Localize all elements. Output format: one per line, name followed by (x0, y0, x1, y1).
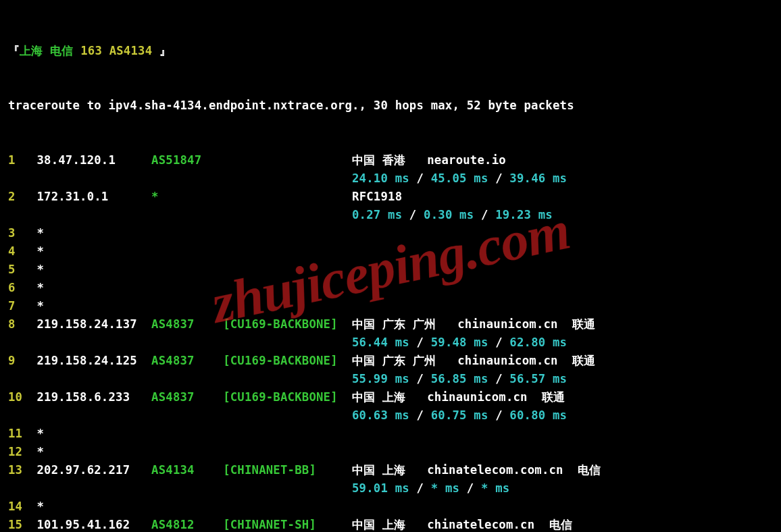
rtt-3: 19.23 ms (495, 208, 553, 221)
hop-row: 4 * (8, 242, 773, 261)
rtt-sep: / (474, 208, 495, 221)
rtt-sep: / (488, 372, 510, 385)
hop-ip: 219.158.6.233 (36, 390, 151, 404)
hop-row: 9 219.158.24.125 AS4837 [CU169-BACKBONE]… (8, 352, 773, 370)
hop-number: 11 (8, 427, 36, 440)
rtt-sep: / (459, 481, 481, 495)
hop-net-tag (223, 190, 352, 203)
hop-row: 6 * (8, 279, 773, 297)
hop-number: 9 (8, 354, 36, 367)
hop-number: 1 (8, 153, 36, 167)
hop-location-info: 中国 广东 广州 chinaunicom.cn 联通 (352, 354, 595, 367)
hop-location-info: 中国 上海 chinaunicom.cn 联通 (352, 390, 565, 404)
hop-ip: 101.95.41.162 (36, 518, 151, 531)
hop-number: 14 (8, 500, 36, 513)
terminal-output: 『上海 电信 163 AS4134 』 traceroute to ipv4.s… (0, 0, 781, 532)
hop-row: 7 * (8, 297, 773, 315)
hop-ip: * (36, 299, 44, 313)
rtt-2: 59.48 ms (431, 336, 488, 349)
hop-location-info: 中国 广东 广州 chinaunicom.cn 联通 (352, 317, 595, 331)
hop-number: 12 (8, 445, 36, 458)
rtt-3: 39.46 ms (509, 171, 567, 185)
hop-number: 15 (8, 518, 36, 531)
hop-location-info: 中国 上海 chinatelecom.cn 电信 (352, 518, 572, 531)
hop-net-tag: [CU169-BACKBONE] (223, 390, 352, 404)
hop-timings: 0.27 ms / 0.30 ms / 19.23 ms (8, 206, 773, 224)
hop-net-tag: [CU169-BACKBONE] (223, 354, 352, 367)
rtt-3: * ms (481, 481, 509, 495)
title-location: 上海 电信 (20, 44, 73, 57)
rtt-sep: / (488, 408, 510, 422)
hop-number: 6 (8, 281, 36, 294)
hop-row: 2 172.31.0.1 * RFC1918 (8, 188, 773, 206)
hop-location-info: RFC1918 (352, 190, 402, 203)
hop-row: 10 219.158.6.233 AS4837 [CU169-BACKBONE]… (8, 388, 773, 406)
hop-row: 11 * (8, 425, 773, 443)
rtt-1: 59.01 ms (352, 481, 409, 495)
hop-row: 14 * (8, 498, 773, 516)
hop-net-tag: [CHINANET-BB] (223, 463, 352, 477)
hop-asn: AS4812 (151, 518, 223, 531)
hop-ip: * (36, 263, 44, 276)
hop-timings: 59.01 ms / * ms / * ms (8, 479, 773, 498)
hop-ip: * (36, 281, 44, 294)
rtt-1: 55.99 ms (352, 372, 409, 385)
hop-ip: * (36, 445, 44, 458)
hop-ip: * (36, 226, 44, 240)
hop-row: 5 * (8, 261, 773, 279)
hop-number: 13 (8, 463, 36, 477)
hop-row: 12 * (8, 443, 773, 461)
rtt-3: 56.57 ms (509, 372, 567, 385)
rtt-sep: / (409, 372, 431, 385)
hop-asn: AS4837 (151, 390, 223, 404)
hop-timings: 24.10 ms / 45.05 ms / 39.46 ms (8, 169, 773, 188)
bracket-open: 『 (8, 44, 20, 57)
hop-row: 8 219.158.24.137 AS4837 [CU169-BACKBONE]… (8, 315, 773, 334)
hop-number: 2 (8, 190, 36, 203)
title-asn: 163 AS4134 (74, 44, 159, 57)
hop-ip: * (36, 500, 44, 513)
hop-asn: AS4837 (151, 354, 223, 367)
hop-asn: AS4134 (151, 463, 223, 477)
hop-net-tag (223, 153, 352, 167)
hop-location-info: 中国 香港 nearoute.io (352, 153, 506, 167)
trace-title: 『上海 电信 163 AS4134 』 (8, 42, 773, 60)
hop-number: 4 (8, 244, 36, 258)
hop-number: 3 (8, 226, 36, 240)
rtt-sep: / (409, 171, 431, 185)
rtt-1: 24.10 ms (352, 171, 409, 185)
rtt-1: 0.27 ms (352, 208, 402, 221)
rtt-2: 56.85 ms (431, 372, 488, 385)
hop-net-tag: [CU169-BACKBONE] (223, 317, 352, 331)
rtt-1: 60.63 ms (352, 408, 409, 422)
hop-row: 3 * (8, 224, 773, 242)
hop-row: 13 202.97.62.217 AS4134 [CHINANET-BB] 中国… (8, 461, 773, 479)
rtt-sep: / (488, 336, 510, 349)
hop-ip: * (36, 427, 44, 440)
hop-row: 15 101.95.41.162 AS4812 [CHINANET-SH] 中国… (8, 516, 773, 532)
hop-net-tag: [CHINANET-SH] (223, 518, 352, 531)
hop-timings: 55.99 ms / 56.85 ms / 56.57 ms (8, 370, 773, 388)
trace-command: traceroute to ipv4.sha-4134.endpoint.nxt… (8, 97, 773, 115)
hop-ip: 219.158.24.137 (36, 317, 151, 331)
hop-number: 7 (8, 299, 36, 313)
bracket-close: 』 (159, 44, 171, 57)
rtt-1: 56.44 ms (352, 336, 409, 349)
hop-number: 8 (8, 317, 36, 331)
hop-timings: 60.63 ms / 60.75 ms / 60.80 ms (8, 406, 773, 425)
rtt-sep: / (409, 408, 431, 422)
rtt-sep: / (402, 208, 424, 221)
hop-timings: 56.44 ms / 59.48 ms / 62.80 ms (8, 334, 773, 352)
rtt-2: 45.05 ms (431, 171, 488, 185)
rtt-sep: / (488, 171, 510, 185)
hop-ip: 172.31.0.1 (36, 190, 151, 203)
hop-location-info: 中国 上海 chinatelecom.com.cn 电信 (352, 463, 601, 477)
hop-ip: 38.47.120.1 (36, 153, 151, 167)
rtt-sep: / (409, 336, 431, 349)
hop-number: 10 (8, 390, 36, 404)
hop-ip: * (36, 244, 44, 258)
rtt-3: 62.80 ms (509, 336, 567, 349)
rtt-2: * ms (431, 481, 459, 495)
rtt-sep: / (409, 481, 431, 495)
hop-asn: AS4837 (151, 317, 223, 331)
